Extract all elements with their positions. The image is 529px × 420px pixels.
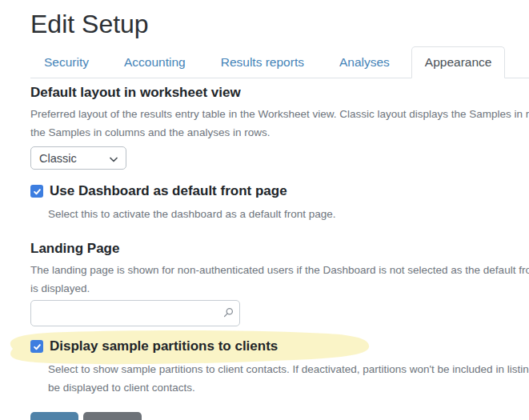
landing-page-heading: Landing Page xyxy=(30,241,529,257)
worksheet-layout-description-line1: Preferred layout of the results entry ta… xyxy=(30,105,529,123)
tab-bar: Security Accounting Results reports Anal… xyxy=(30,46,529,78)
dashboard-default-label: Use Dashboard as default front page xyxy=(50,183,287,199)
chevron-down-icon xyxy=(110,152,118,165)
sample-partitions-checkbox[interactable] xyxy=(30,340,43,353)
tab-results-reports[interactable]: Results reports xyxy=(207,46,318,78)
tab-accounting[interactable]: Accounting xyxy=(110,46,199,78)
sample-partitions-description-line1: Select to show sample partitions to clie… xyxy=(48,360,529,378)
worksheet-layout-description-line2: the Samples in columns and the analyses … xyxy=(30,123,529,142)
worksheet-layout-section: Default layout in worksheet view Preferr… xyxy=(30,85,529,170)
worksheet-layout-heading: Default layout in worksheet view xyxy=(30,85,529,101)
edit-setup-page: Edit Setup Security Accounting Results r… xyxy=(0,8,529,420)
cancel-button[interactable]: Cancel xyxy=(83,412,142,420)
tab-security[interactable]: Security xyxy=(30,46,102,78)
form-actions: Save Cancel xyxy=(30,412,529,420)
page-title: Edit Setup xyxy=(30,8,529,40)
search-icon xyxy=(222,307,234,322)
checkmark-icon xyxy=(33,187,42,196)
save-button[interactable]: Save xyxy=(30,412,78,420)
sample-partitions-description-line2: be displayed to client contacts. xyxy=(48,378,529,397)
landing-page-search-input[interactable] xyxy=(31,301,239,326)
landing-page-section: Landing Page The landing page is shown f… xyxy=(30,241,529,326)
worksheet-layout-select-value: Classic xyxy=(39,152,77,165)
dashboard-default-checkbox[interactable] xyxy=(30,185,43,198)
landing-page-description-line2: is displayed. xyxy=(30,279,529,298)
worksheet-layout-select[interactable]: Classic xyxy=(30,146,126,170)
dashboard-default-section: Use Dashboard as default front page Sele… xyxy=(30,183,529,223)
checkmark-icon xyxy=(33,342,42,351)
tab-analyses[interactable]: Analyses xyxy=(326,46,403,78)
tab-appearance[interactable]: Appearance xyxy=(411,46,506,78)
sample-partitions-label: Display sample partitions to clients xyxy=(50,338,278,354)
dashboard-default-description: Select this to activate the dashboard as… xyxy=(48,205,529,223)
sample-partitions-section: Display sample partitions to clients Sel… xyxy=(30,338,529,397)
landing-page-description-line1: The landing page is shown for non-authen… xyxy=(30,261,529,279)
landing-page-search-box xyxy=(30,300,240,326)
